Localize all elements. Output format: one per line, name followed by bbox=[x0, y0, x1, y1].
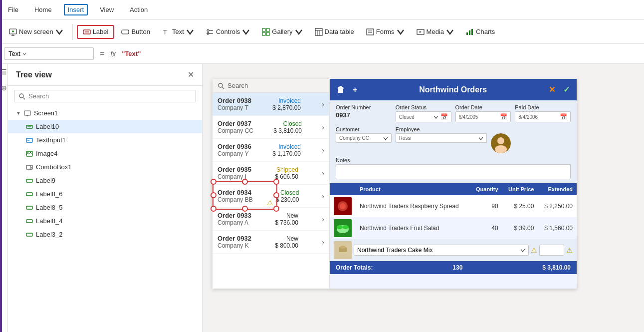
tree-item-image4[interactable]: Image4 bbox=[8, 147, 202, 160]
drag-handle-tr[interactable] bbox=[273, 179, 279, 185]
order-status-select[interactable]: Closed 📅 bbox=[396, 111, 451, 122]
tree-title: Tree view bbox=[16, 70, 52, 79]
controls-button[interactable]: Controls bbox=[201, 26, 255, 38]
order-totals-qty: 130 bbox=[452, 264, 462, 271]
detail-fields: Order Number 0937 Order Status Closed 📅 … bbox=[330, 100, 577, 183]
check-button[interactable]: ✓ bbox=[561, 84, 572, 95]
drag-handle-bl[interactable] bbox=[211, 206, 216, 212]
notes-input[interactable] bbox=[336, 164, 571, 179]
list-item-0937[interactable]: Order 0937 Company CC Closed $ 3,810.00 … bbox=[213, 116, 329, 139]
tree-item-label9[interactable]: Label9 bbox=[8, 174, 202, 187]
list-item-0932[interactable]: Order 0932 Company K New $ 800.00 › bbox=[213, 231, 329, 254]
new-screen-button[interactable]: New screen bbox=[4, 26, 68, 38]
detail-title: Northwind Orders bbox=[359, 85, 547, 94]
label9-label: Label9 bbox=[36, 177, 55, 184]
list-item-0938-left: Order 0938 Company T bbox=[217, 97, 251, 111]
drag-handle-ml[interactable] bbox=[211, 192, 216, 198]
charts-button[interactable]: Charts bbox=[461, 26, 500, 38]
order-number-group: Order Number 0937 bbox=[336, 104, 392, 122]
drag-handle-tl[interactable] bbox=[211, 179, 216, 185]
menu-file[interactable]: File bbox=[4, 4, 22, 15]
order-0934-arrow: › bbox=[322, 192, 324, 200]
tree-item-label8-4[interactable]: Label8_4 bbox=[8, 214, 202, 228]
tree-item-label10[interactable]: Label10 bbox=[8, 120, 202, 133]
menu-insert[interactable]: Insert bbox=[64, 4, 88, 15]
tree-item-combobox1[interactable]: ComboBox1 bbox=[8, 160, 202, 174]
menu-home[interactable]: Home bbox=[30, 4, 56, 15]
expand-arrow-screen1[interactable]: ▼ bbox=[16, 110, 21, 116]
new-row-qty-input[interactable] bbox=[539, 245, 564, 256]
media-chevron bbox=[446, 28, 454, 36]
delete-button[interactable]: 🗑 bbox=[335, 84, 347, 95]
drag-handle-mr[interactable] bbox=[273, 192, 279, 198]
label8-4-label: Label8_4 bbox=[36, 217, 63, 225]
svg-point-61 bbox=[340, 246, 346, 249]
order-0933-amount: $ 736.00 bbox=[275, 219, 298, 226]
tree-item-screen1[interactable]: ▼ Screen1 bbox=[8, 106, 202, 120]
list-item-0937-left: Order 0937 Company CC bbox=[217, 120, 253, 134]
menu-view[interactable]: View bbox=[96, 4, 118, 15]
menu-action[interactable]: Action bbox=[126, 4, 152, 15]
customer-group: Customer Company CC bbox=[336, 126, 392, 153]
order-0933-company: Company A bbox=[217, 219, 251, 226]
customer-input[interactable]: Company CC bbox=[336, 133, 392, 143]
label-button[interactable]: Label bbox=[77, 25, 115, 39]
text-button[interactable]: T Text bbox=[157, 26, 199, 38]
tree-item-label8-5[interactable]: Label8_5 bbox=[8, 201, 202, 214]
gallery-button[interactable]: Gallery bbox=[257, 26, 307, 38]
list-item-0936[interactable]: Order 0936 Company Y Invoiced $ 1,170.00… bbox=[213, 139, 329, 162]
svg-rect-27 bbox=[469, 30, 470, 35]
paid-date-input[interactable]: 8/4/2006 📅 bbox=[515, 111, 571, 122]
label9-tree-icon bbox=[26, 177, 33, 184]
th-unit: Unit Price bbox=[502, 183, 538, 195]
employee-input[interactable]: Rossi bbox=[396, 133, 487, 143]
media-button[interactable]: Media bbox=[412, 26, 459, 38]
close-detail-button[interactable]: ✕ bbox=[547, 84, 557, 95]
formula-equals: = bbox=[98, 49, 106, 58]
search-icon bbox=[18, 93, 25, 100]
new-screen-icon bbox=[9, 28, 17, 36]
detail-header-actions-left: 🗑 + bbox=[335, 84, 359, 95]
svg-rect-42 bbox=[26, 179, 32, 182]
order-date-input[interactable]: 6/4/2005 📅 bbox=[455, 111, 511, 122]
svg-rect-16 bbox=[266, 32, 269, 35]
tree-item-label3-2[interactable]: Label3_2 bbox=[8, 228, 202, 241]
new-product-select[interactable]: Northwind Traders Cake Mix bbox=[354, 245, 529, 256]
tree-search-input[interactable] bbox=[28, 92, 192, 100]
formula-value[interactable]: "Text" bbox=[120, 49, 640, 58]
label3-2-tree-icon bbox=[26, 231, 33, 238]
order-0938-amount: $ 2,870.00 bbox=[272, 104, 301, 111]
gallery-chevron bbox=[295, 28, 303, 36]
tree-item-textinput1[interactable]: TextInput1 bbox=[8, 133, 202, 147]
order-0936-status: Invoiced bbox=[278, 143, 301, 150]
order-date-calendar-icon: 📅 bbox=[500, 113, 507, 120]
order-0938-company: Company T bbox=[217, 104, 251, 111]
th-ext: Extended bbox=[538, 183, 577, 195]
canvas-area: Search ⚠ Ord bbox=[203, 64, 644, 332]
list-item-0933[interactable]: Order 0933 Company A New $ 736.00 › bbox=[213, 208, 329, 231]
tree-item-label8-6[interactable]: Label8_6 bbox=[8, 187, 202, 201]
tree-close-button[interactable]: ✕ bbox=[188, 70, 194, 79]
data-table-button[interactable]: Data table bbox=[310, 26, 359, 38]
button-button[interactable]: Button bbox=[116, 26, 155, 38]
svg-rect-43 bbox=[26, 193, 32, 196]
list-item-0936-left: Order 0936 Company Y bbox=[217, 143, 251, 157]
order-totals-ext: $ 3,810.00 bbox=[542, 264, 571, 271]
order-0935-arrow: › bbox=[322, 169, 324, 177]
svg-line-48 bbox=[222, 87, 224, 89]
property-selector[interactable]: Text bbox=[4, 47, 94, 60]
drag-handle-tm[interactable] bbox=[242, 179, 248, 185]
order-0934-status: Closed bbox=[280, 189, 299, 196]
tree-search bbox=[14, 90, 196, 102]
drag-handle-bm[interactable] bbox=[242, 206, 248, 212]
drag-handle-br[interactable] bbox=[273, 206, 279, 212]
employee-group: Employee Rossi bbox=[396, 126, 511, 153]
forms-button[interactable]: Forms bbox=[361, 26, 410, 38]
svg-rect-45 bbox=[26, 220, 32, 223]
label8-5-label: Label8_5 bbox=[36, 204, 63, 211]
add-button[interactable]: + bbox=[351, 84, 359, 95]
list-item-0932-left: Order 0932 Company K bbox=[217, 235, 251, 249]
product-0-img-svg bbox=[334, 197, 352, 215]
list-item-0938[interactable]: Order 0938 Company T Invoiced $ 2,870.00… bbox=[213, 93, 329, 116]
order-0934-amount: $ 230.00 bbox=[276, 196, 299, 203]
